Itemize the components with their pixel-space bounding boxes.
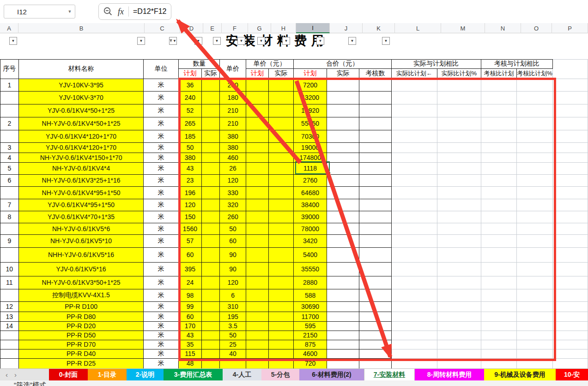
cell-K[interactable] — [359, 104, 391, 117]
cell-F[interactable]: 90 — [220, 262, 246, 276]
cell-G[interactable] — [246, 262, 269, 276]
cell-K[interactable] — [359, 153, 391, 162]
cell-G[interactable] — [246, 331, 269, 340]
cell-C[interactable]: 米 — [144, 262, 179, 276]
header-total-price-yuan[interactable]: 合价（元） — [293, 59, 391, 68]
cell-J[interactable] — [327, 186, 359, 199]
cell-M[interactable] — [437, 186, 481, 199]
cell-K[interactable] — [359, 117, 391, 130]
cell-K[interactable] — [359, 162, 391, 174]
cell-J[interactable] — [327, 276, 359, 289]
cell-L[interactable] — [391, 153, 437, 162]
cell-B[interactable]: PP-R D40 — [18, 349, 144, 358]
cell-G[interactable] — [246, 142, 269, 153]
cell-C[interactable]: 米 — [144, 142, 179, 153]
cell-M[interactable] — [437, 211, 481, 223]
cell-F[interactable]: 195 — [220, 312, 246, 321]
cell-N[interactable] — [481, 331, 517, 340]
header-assess-ratio[interactable]: 考核比计划 — [481, 68, 517, 79]
cell-C[interactable]: 米 — [144, 321, 179, 331]
cell-O[interactable] — [517, 211, 553, 223]
header-quantity[interactable]: 数量 — [179, 59, 220, 68]
cell-E[interactable] — [201, 91, 220, 104]
cell-B[interactable]: PP-R D20 — [18, 321, 144, 331]
cell-M[interactable] — [437, 312, 481, 321]
cell-B[interactable]: YJV-0.6/1KV5*16 — [18, 262, 144, 276]
cell-M[interactable] — [437, 142, 481, 153]
cell-A[interactable]: 7 — [0, 199, 19, 211]
cell-J[interactable] — [327, 234, 359, 247]
cell-C[interactable]: 米 — [144, 153, 179, 162]
cell-C[interactable]: 米 — [144, 276, 179, 289]
header-material[interactable]: 材料名称 — [18, 59, 144, 79]
cell-E[interactable] — [201, 186, 220, 199]
cell-O[interactable] — [517, 262, 553, 276]
cell-H[interactable] — [269, 162, 294, 174]
cell-H[interactable] — [269, 142, 294, 153]
cell-L[interactable] — [391, 276, 437, 289]
filter-dropdown-K[interactable]: ▼ — [382, 37, 390, 45]
cell-E[interactable] — [201, 153, 220, 162]
cell-O[interactable] — [517, 276, 553, 289]
cell-E[interactable] — [201, 349, 220, 358]
cell-K[interactable] — [359, 91, 391, 104]
cell-C[interactable]: 米 — [144, 349, 179, 358]
cell-E[interactable] — [201, 174, 220, 186]
cell-J[interactable] — [327, 358, 359, 368]
header-qty-actual[interactable]: 实际 — [201, 68, 220, 79]
cell-C[interactable]: 米 — [144, 79, 179, 91]
cell-M[interactable] — [437, 358, 481, 368]
cell-I[interactable]: 39000 — [293, 211, 327, 223]
cell-A[interactable] — [0, 289, 19, 301]
cell-K[interactable] — [359, 289, 391, 301]
cell-K[interactable] — [359, 174, 391, 186]
cell-N[interactable] — [481, 340, 517, 349]
cell-B[interactable]: NH-YJV-0.6/1KV4*50+1*25 — [18, 117, 144, 130]
cell-F[interactable]: 26 — [220, 162, 246, 174]
column-header-K[interactable]: K — [363, 23, 395, 33]
cell-B[interactable]: YJV-0.6/1KV4*120+1*70 — [18, 142, 144, 153]
cell-H[interactable] — [269, 211, 294, 223]
cell-K[interactable] — [359, 234, 391, 247]
cell-L[interactable] — [391, 211, 437, 223]
tabs-scroll-left-icon[interactable]: ‹ — [6, 371, 8, 379]
cell-K[interactable] — [359, 276, 391, 289]
cell-L[interactable] — [391, 223, 437, 234]
cell-L[interactable] — [391, 79, 437, 91]
cell-G[interactable] — [246, 130, 269, 142]
name-box[interactable]: I12 ▼ — [4, 5, 75, 18]
cell-L[interactable] — [391, 321, 437, 331]
cell-M[interactable] — [437, 349, 481, 358]
column-header-L[interactable]: L — [395, 23, 441, 33]
cell-L[interactable] — [391, 289, 437, 301]
cell-F[interactable] — [220, 358, 246, 368]
cell-N[interactable] — [481, 186, 517, 199]
cell-F[interactable]: 120 — [220, 174, 246, 186]
column-header-G[interactable]: G — [248, 23, 271, 33]
cell-O[interactable] — [517, 349, 553, 358]
filter-dropdown-G[interactable]: ▼ — [257, 37, 265, 45]
cell-K[interactable] — [359, 340, 391, 349]
cell-N[interactable] — [481, 321, 517, 331]
cell-F[interactable]: 210 — [220, 104, 246, 117]
cell-M[interactable] — [437, 289, 481, 301]
cell-B[interactable]: YJV-0.6/1KV4*120+1*70 — [18, 130, 144, 142]
cell-B[interactable]: PP-R D25 — [18, 358, 144, 368]
cell-O[interactable] — [517, 301, 553, 312]
header-price-plan[interactable]: 计划 — [246, 68, 269, 79]
cell-H[interactable] — [269, 174, 294, 186]
cell-I[interactable]: 595 — [293, 321, 327, 331]
sheet-tab-2[interactable]: 2-说明 — [127, 369, 164, 380]
cell-K[interactable] — [359, 349, 391, 358]
cell-A[interactable]: 5 — [0, 162, 19, 174]
cell-O[interactable] — [517, 186, 553, 199]
column-header-P[interactable]: P — [552, 23, 588, 33]
cell-I[interactable]: 11700 — [293, 312, 327, 321]
cell-B[interactable]: NH-YJV-0.6/1KV4*4 — [18, 162, 144, 174]
cell-H[interactable] — [269, 104, 294, 117]
cell-B[interactable]: NH-YJV-0.6/1KV3*50+1*25 — [18, 276, 144, 289]
cell-H[interactable] — [269, 153, 294, 162]
cell-O[interactable] — [517, 199, 553, 211]
cell-N[interactable] — [481, 162, 517, 174]
cell-C[interactable]: 米 — [144, 104, 179, 117]
